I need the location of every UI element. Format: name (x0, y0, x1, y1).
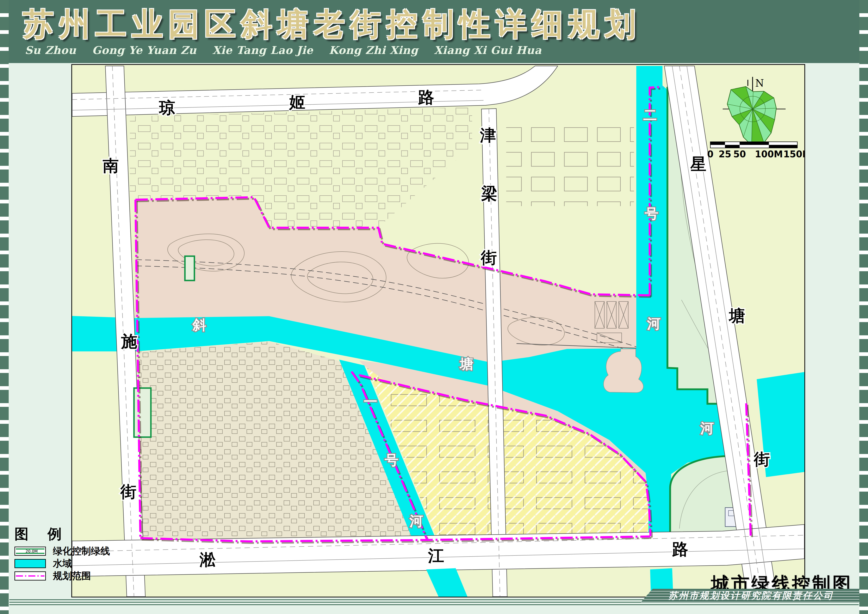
legend-label-boundary: 规划范围 (53, 569, 91, 582)
scale-50: 50 (733, 149, 746, 160)
legend-label-water: 水域 (53, 557, 72, 570)
label-jinliang-1: 津 (480, 126, 496, 144)
north-label: N (755, 78, 764, 89)
label-erhao-1: 二 (643, 107, 657, 123)
compound-area-northeast (506, 118, 634, 206)
green-line-note: 20.0M (26, 549, 38, 554)
label-songjiang-2: 江 (428, 546, 444, 565)
film-strip-border-right (859, 0, 868, 614)
boundary-swatch (14, 571, 46, 580)
scale-150: 150M (783, 149, 804, 160)
label-xingtang-3: 街 (753, 450, 770, 468)
label-qiongji-3: 路 (418, 88, 434, 107)
label-yihao-1: 一 (364, 394, 377, 409)
scale-0: 0 (707, 149, 714, 160)
legend-item-green-line: 20.0M 绿化控制绿线 (14, 546, 110, 556)
legend-item-boundary: 规划范围 (14, 571, 110, 581)
page-subtitle-pinyin: Su Zhou Gong Ye Yuan Zu Xie Tang Lao Jie… (25, 44, 542, 56)
label-jinliang-3: 街 (480, 248, 497, 267)
green-control-rect-west (134, 388, 151, 437)
green-control-rect-north (185, 256, 194, 281)
film-strip-border-left (0, 0, 9, 614)
legend-title: 图 例 (14, 525, 110, 544)
label-xietang-1: 斜 (192, 317, 206, 333)
page-title: 苏州工业园区斜塘老街控制性详细规划 (23, 4, 641, 45)
label-xietang-3: 河 (700, 420, 714, 436)
header-band: 苏州工业园区斜塘老街控制性详细规划 Su Zhou Gong Ye Yuan Z… (9, 0, 859, 63)
company-band: 苏州市规划设计研究院有限责任公司 (641, 589, 862, 602)
label-jinliang-2: 梁 (481, 184, 498, 203)
label-nanshi-3: 街 (120, 482, 136, 501)
label-xingtang-1: 星 (690, 154, 707, 173)
legend: 图 例 20.0M 绿化控制绿线 水域 规划范围 (14, 525, 110, 581)
company-name: 苏州市规划设计研究院有限责任公司 (668, 589, 834, 602)
label-qiongji-1: 琼 (158, 98, 175, 117)
label-songjiang-3: 路 (672, 540, 688, 558)
label-erhao-3: 河 (647, 315, 661, 332)
label-erhao-2: 号 (645, 206, 659, 222)
label-xietang-2: 塘 (459, 356, 473, 372)
scale-100: 100M (755, 149, 783, 160)
green-line-swatch: 20.0M (14, 547, 46, 556)
water-swatch (14, 559, 46, 568)
map-svg: 琼 姬 路 南 施 街 津 梁 街 星 塘 街 淞 江 路 斜 塘 河 二 号 … (72, 65, 804, 597)
legend-label-green-line: 绿化控制绿线 (53, 545, 110, 558)
scale-bar: 0 25 50 100M 150M (707, 142, 804, 160)
label-yihao-3: 河 (409, 513, 423, 529)
legend-item-water: 水域 (14, 559, 110, 568)
scale-25: 25 (719, 149, 731, 160)
label-nanshi-1: 南 (103, 156, 119, 175)
map-canvas: 琼 姬 路 南 施 街 津 梁 街 星 塘 街 淞 江 路 斜 塘 河 二 号 … (71, 64, 805, 597)
label-qiongji-2: 姬 (289, 93, 305, 112)
label-songjiang-1: 淞 (200, 550, 216, 569)
label-nanshi-2: 施 (121, 332, 137, 350)
label-xingtang-2: 塘 (728, 306, 745, 325)
label-yihao-2: 号 (384, 452, 398, 468)
planning-map-sheet: 苏州工业园区斜塘老街控制性详细规划 Su Zhou Gong Ye Yuan Z… (0, 0, 868, 614)
